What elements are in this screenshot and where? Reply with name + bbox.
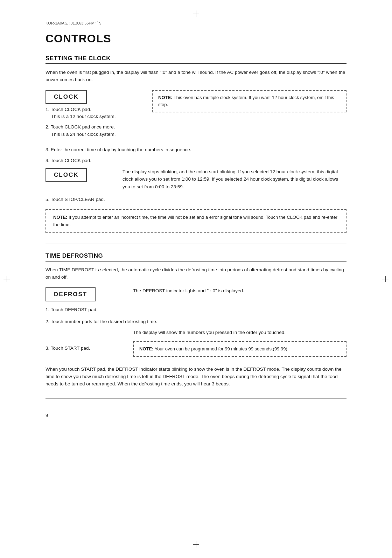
page-title: CONTROLS: [46, 32, 346, 45]
defrost-note-box: NOTE: Your oven can be programmed for 99…: [133, 341, 346, 357]
left-crosshair: [4, 276, 10, 282]
defrost-closing: When you touch START pad, the DEFROST in…: [46, 366, 346, 388]
defrost-step-2-left-spacer: [46, 329, 122, 336]
clock-step-4-row: CLOCK The display stops blinking, and th…: [46, 168, 346, 191]
bottom-section-divider: [46, 398, 346, 399]
step-2: 2. Touch CLOCK pad once more. This is a …: [46, 124, 144, 138]
section-heading-clock: SETTING THE CLOCK: [46, 55, 346, 64]
section-divider: [46, 244, 346, 244]
clock-description: The display stops blinking, and the colo…: [122, 168, 346, 191]
defrost-button: DEFROST: [46, 287, 96, 301]
step-5: 5. Touch STOP/CLEAR pad.: [46, 196, 346, 203]
note3-text: Your oven can be programmed for 99 minut…: [153, 346, 287, 351]
defrost-step-1-right: The DEFROST indicator lights and " : 0" …: [133, 287, 346, 314]
clock-button-2: CLOCK: [46, 168, 87, 182]
steps-1-2-list: 1. Touch CLOCK pad. This is a 12 hour cl…: [46, 106, 144, 138]
right-crosshair: [382, 276, 388, 282]
defrost-step-2-right: The display will show the numbers you pr…: [133, 329, 346, 336]
step-4-label: 4. Touch CLOCK pad.: [46, 157, 346, 165]
defrost-step-3-left: 3. Touch START pad.: [46, 341, 122, 356]
clock-button-1: CLOCK: [46, 90, 87, 104]
clock-step-4-right: The display stops blinking, and the colo…: [122, 168, 346, 191]
step-3: 3. Enter the correct time of day by touc…: [46, 146, 346, 154]
defrost-step-1-desc: The DEFROST indicator lights and " : 0" …: [133, 287, 346, 295]
note3-label: NOTE:: [139, 346, 153, 351]
clock-steps-1-2-left: CLOCK 1. Touch CLOCK pad. This is a 12 h…: [46, 90, 144, 141]
defrost-note-col: NOTE: Your oven can be programmed for 99…: [133, 341, 346, 360]
clock-note-1-col: NOTE: This oven has multiple clock syste…: [152, 90, 346, 116]
defrost-step-3-row: 3. Touch START pad. NOTE: Your oven can …: [46, 341, 346, 360]
bottom-crosshair: [193, 541, 199, 547]
note1-label: NOTE:: [158, 95, 172, 100]
note2-label: NOTE:: [53, 215, 67, 220]
defrost-intro: When TIME DEFROST is selected, the autom…: [46, 266, 346, 281]
page-meta: KOR-1A0A(¿ )01.9.63:55PM˜ ` 9: [46, 21, 346, 25]
clock-intro: When the oven is first plugged in, the d…: [46, 69, 346, 84]
defrost-step-2-row: The display will show the numbers you pr…: [46, 329, 346, 336]
defrost-step-3-label: 3. Touch START pad.: [46, 345, 122, 352]
defrost-step-1-row: DEFROST 1. Touch DEFROST pad. The DEFROS…: [46, 287, 346, 314]
note2-text: If you attempt to enter an incorrect tim…: [53, 215, 337, 227]
clock-step-4-left: CLOCK: [46, 168, 122, 184]
note1-text: This oven has multiple clock system. If …: [158, 95, 334, 107]
meta-text: KOR-1A0A(¿ )01.9.63:55PM˜ ` 9: [46, 21, 102, 25]
clock-note-box-2: NOTE: If you attempt to enter an incorre…: [46, 209, 346, 233]
page-number: 9: [46, 413, 346, 418]
step-1: 1. Touch CLOCK pad. This is a 12 hour cl…: [46, 106, 144, 120]
defrost-step-2-label: 2. Touch number pads for the desired def…: [46, 318, 346, 326]
top-crosshair: [193, 11, 199, 17]
defrost-step-1-label: 1. Touch DEFROST pad.: [46, 306, 122, 314]
clock-note-box-1: NOTE: This oven has multiple clock syste…: [152, 90, 346, 112]
section-heading-defrost: TIME DEFROSTING: [46, 252, 346, 261]
defrost-step-1-left: DEFROST 1. Touch DEFROST pad.: [46, 287, 122, 314]
defrost-step-2-desc: The display will show the numbers you pr…: [133, 329, 346, 336]
clock-steps-1-2-row: CLOCK 1. Touch CLOCK pad. This is a 12 h…: [46, 90, 346, 141]
defrost-step-2-area: 2. Touch number pads for the desired def…: [46, 318, 346, 336]
